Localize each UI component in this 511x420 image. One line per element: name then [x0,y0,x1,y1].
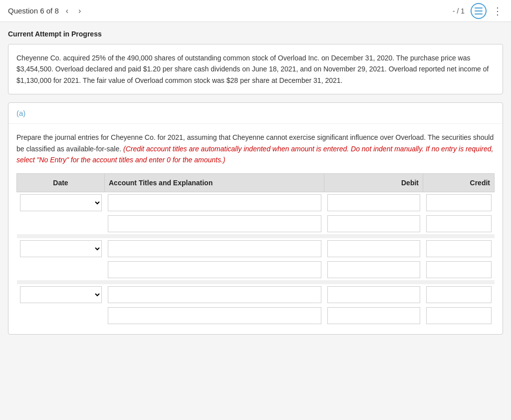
credit-cell-3a [423,284,495,305]
debit-input-1a[interactable] [327,194,420,211]
table-row: Jan 1 Jun 18 Nov 29 Dec 31 [17,238,495,259]
page-indicator: - / 1 [453,7,465,15]
debit-cell-2b [324,259,423,280]
separator-row [17,234,495,238]
separator [17,280,495,284]
current-attempt-label: Current Attempt in Progress [8,30,503,38]
account-cell-2a [105,238,324,259]
table-row: Jan 1 Jun 18 Nov 29 Dec 31 [17,192,495,214]
credit-cell-2a [423,238,495,259]
date-cell-1: Jan 1 Jun 18 Nov 29 Dec 31 [17,192,105,214]
svg-rect-2 [475,13,483,14]
debit-input-1b[interactable] [327,215,420,232]
debit-cell-1b [324,213,423,234]
account-cell-3a [105,284,324,305]
account-input-2b[interactable] [108,261,321,278]
account-input-3b[interactable] [108,307,321,324]
credit-cell-2b [423,259,495,280]
date-cell-3b [17,305,105,326]
debit-cell-3b [324,305,423,326]
credit-cell-3b [423,305,495,326]
col-header-credit: Credit [423,174,495,192]
credit-input-3a[interactable] [426,286,492,303]
scenario-box: Cheyenne Co. acquired 25% of the 490,000… [8,44,503,94]
header-right: - / 1 ⋮ [453,3,503,19]
table-row [17,213,495,234]
part-label: (a) [16,109,25,117]
table-row [17,259,495,280]
col-header-date: Date [17,174,105,192]
header: Question 6 of 8 ‹ › - / 1 ⋮ [0,0,511,22]
date-select-2[interactable]: Jan 1 Jun 18 Nov 29 Dec 31 [20,240,102,257]
credit-cell-1a [423,192,495,214]
account-cell-1b [105,213,324,234]
credit-cell-1b [423,213,495,234]
account-cell-3b [105,305,324,326]
account-cell-1a [105,192,324,214]
question-label: Question 6 of 8 [8,6,59,15]
date-cell-2b [17,259,105,280]
date-cell-2: Jan 1 Jun 18 Nov 29 Dec 31 [17,238,105,259]
list-icon-button[interactable] [471,3,487,19]
part-box: (a) Prepare the journal entries for Chey… [8,102,503,335]
col-header-account: Account Titles and Explanation [105,174,324,192]
separator-row [17,280,495,284]
date-select-1[interactable]: Jan 1 Jun 18 Nov 29 Dec 31 [20,194,102,211]
credit-input-1a[interactable] [426,194,492,211]
table-body: Jan 1 Jun 18 Nov 29 Dec 31 [17,192,495,327]
more-options-button[interactable]: ⋮ [493,5,503,17]
part-content: Prepare the journal entries for Cheyenne… [8,124,503,334]
debit-input-2a[interactable] [327,240,420,257]
debit-input-2b[interactable] [327,261,420,278]
credit-input-3b[interactable] [426,307,492,324]
list-icon [475,7,483,14]
credit-input-1b[interactable] [426,215,492,232]
debit-cell-2a [324,238,423,259]
debit-input-3b[interactable] [327,307,420,324]
journal-table: Date Account Titles and Explanation Debi… [16,173,495,326]
svg-rect-1 [475,10,483,11]
col-header-debit: Debit [324,174,423,192]
svg-rect-0 [475,7,483,8]
table-row: Jan 1 Jun 18 Nov 29 Dec 31 [17,284,495,305]
account-input-1a[interactable] [108,194,321,211]
account-cell-2b [105,259,324,280]
part-header: (a) [8,103,503,124]
main-content: Current Attempt in Progress Cheyenne Co.… [0,22,511,351]
nav-prev-button[interactable]: ‹ [63,5,71,16]
table-row [17,305,495,326]
debit-cell-1a [324,192,423,214]
debit-input-3a[interactable] [327,286,420,303]
scenario-text: Cheyenne Co. acquired 25% of the 490,000… [16,54,489,84]
account-input-1b[interactable] [108,215,321,232]
credit-input-2a[interactable] [426,240,492,257]
credit-input-2b[interactable] [426,261,492,278]
nav-next-button[interactable]: › [75,5,84,16]
account-input-2a[interactable] [108,240,321,257]
date-cell-3: Jan 1 Jun 18 Nov 29 Dec 31 [17,284,105,305]
instruction-text: Prepare the journal entries for Cheyenne… [16,132,495,165]
debit-cell-3a [324,284,423,305]
header-left: Question 6 of 8 ‹ › [8,5,84,16]
table-header: Date Account Titles and Explanation Debi… [17,174,495,192]
account-input-3a[interactable] [108,286,321,303]
date-select-3[interactable]: Jan 1 Jun 18 Nov 29 Dec 31 [20,286,102,303]
separator [17,234,495,238]
date-cell-1b [17,213,105,234]
